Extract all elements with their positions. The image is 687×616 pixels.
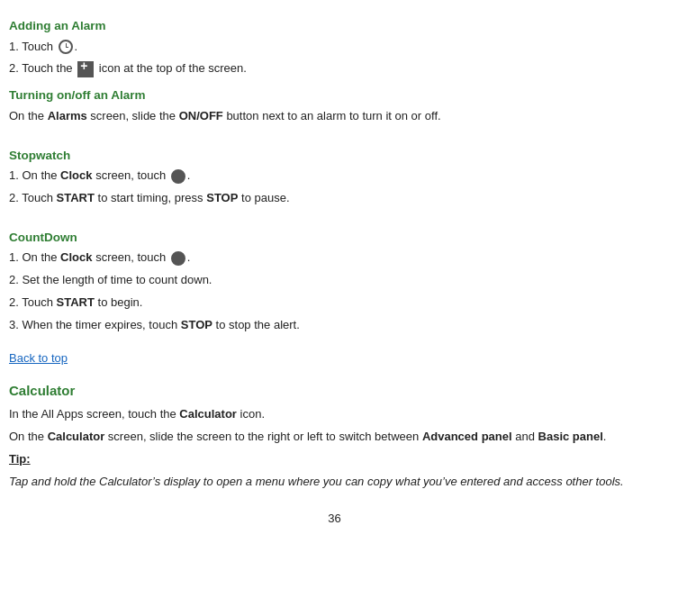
countdown-step3: 2. Touch START to begin. (9, 294, 660, 313)
page-number: 36 (9, 510, 660, 529)
tip-text: Tap and hold the Calculator’s display to… (9, 473, 660, 492)
calculator-line1: In the All Apps screen, touch the Calcul… (9, 405, 660, 424)
calculator-heading: Calculator (9, 380, 660, 402)
clock-icon (59, 40, 73, 54)
turning-onoff-text: On the Alarms screen, slide the ON/OFF b… (9, 107, 660, 126)
calculator-line2: On the Calculator screen, slide the scre… (9, 428, 660, 447)
back-to-top-link[interactable]: Back to top (9, 351, 68, 365)
stopwatch-step1: 1. On the Clock screen, touch . (9, 167, 660, 186)
adding-alarm-step1: 1. Touch . (9, 38, 660, 57)
stopwatch-heading: Stopwatch (9, 146, 660, 166)
add-icon (77, 61, 94, 77)
countdown-step4: 3. When the timer expires, touch STOP to… (9, 316, 660, 335)
adding-alarm-heading: Adding an Alarm (9, 16, 660, 36)
adding-alarm-step2: 2. Touch the icon at the top of the scre… (9, 59, 660, 78)
turning-onoff-heading: Turning on/off an Alarm (9, 86, 660, 105)
stopwatch-step2: 2. Touch START to start timing, press ST… (9, 189, 660, 208)
countdown-step1: 1. On the Clock screen, touch . (9, 249, 660, 267)
countdown-clock-icon (171, 251, 185, 266)
stopwatch-icon (171, 169, 185, 184)
tip-label-line: Tip: (9, 450, 660, 469)
countdown-heading: CountDown (9, 228, 660, 248)
countdown-step2: 2. Set the length of time to count down. (9, 271, 660, 290)
